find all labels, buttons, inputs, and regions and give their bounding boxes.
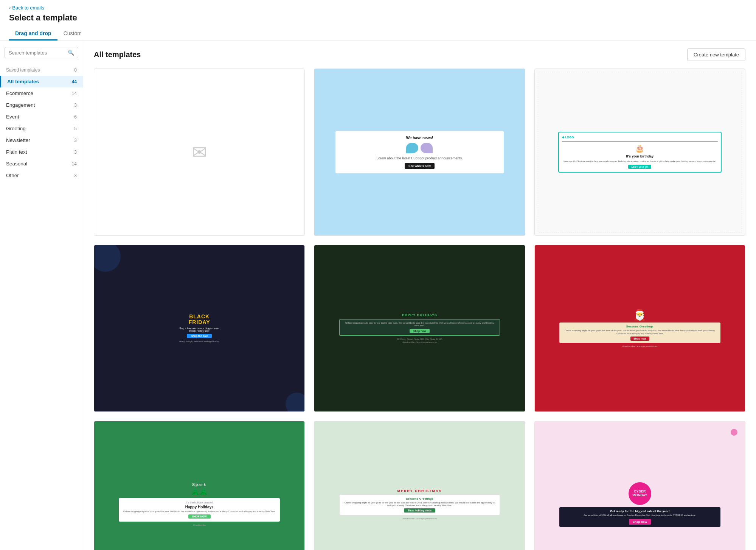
saved-templates-count: 0 [74, 67, 77, 73]
sidebar-item-other[interactable]: Other 3 [0, 170, 83, 181]
template-card-christmas2[interactable]: 🎅 Seasons Greetings Online shopping migh… [534, 245, 745, 412]
sidebar-item-event[interactable]: Event 6 [0, 111, 83, 123]
template-preview-announcement: We have news! Lorem about the latest Hub… [314, 69, 525, 236]
template-preview-scratch: ✉ [94, 69, 305, 236]
tabs: Drag and drop Custom [9, 27, 747, 41]
sidebar-item-plain-text[interactable]: Plain text 3 [0, 146, 83, 158]
sidebar-item-seasonal[interactable]: Seasonal 14 [0, 158, 83, 170]
template-card-christmas3[interactable]: Spark 🌲🌲 It's the holiday season! Happy … [94, 421, 305, 550]
search-input[interactable] [9, 50, 65, 56]
template-preview-christmas2: 🎅 Seasons Greetings Online shopping migh… [534, 245, 745, 412]
template-preview-christmas4: MERRY CHRISTMAS Seasons Greetings Online… [314, 421, 525, 550]
sidebar-item-engagement[interactable]: Engagement 3 [0, 99, 83, 111]
sidebar-item-newsletter[interactable]: Newsletter 3 [0, 134, 83, 146]
sidebar-item-all[interactable]: All templates 44 [0, 76, 83, 87]
top-bar: ‹ Back to emails Select a template Drag … [0, 0, 756, 41]
template-card-birthday[interactable]: ◆ LOGO 🎂 It's your birthday Here are Hub… [534, 69, 745, 236]
template-preview-christmas3: Spark 🌲🌲 It's the holiday season! Happy … [94, 421, 305, 550]
saved-templates-label: Saved templates [6, 67, 40, 73]
template-card-announcement[interactable]: We have news! Lorem about the latest Hub… [314, 69, 525, 236]
page-title: Select a template [9, 13, 747, 23]
tab-drag-drop[interactable]: Drag and drop [9, 27, 57, 41]
template-card-christmas4[interactable]: MERRY CHRISTMAS Seasons Greetings Online… [314, 421, 525, 550]
template-card-blackfriday[interactable]: BLACKFRIDAY Bag a bargain on our biggest… [94, 245, 305, 412]
envelope-icon: ✉ [192, 142, 207, 163]
main-title: All templates [94, 50, 141, 59]
chevron-left-icon: ‹ [9, 5, 11, 11]
template-preview-birthday: ◆ LOGO 🎂 It's your birthday Here are Hub… [534, 69, 745, 236]
template-preview-blackfriday: BLACKFRIDAY Bag a bargain on our biggest… [94, 245, 305, 412]
sidebar-item-greeting[interactable]: Greeting 5 [0, 123, 83, 134]
search-icon: 🔍 [68, 50, 74, 56]
layout: 🔍 Saved templates 0 All templates 44 Eco… [0, 41, 756, 550]
template-preview-christmas1: HAPPY HOLIDAYS Online shopping made easy… [314, 245, 525, 412]
main-content: All templates Create new template ✉ Star… [83, 41, 756, 550]
template-card-cybermonday[interactable]: CYBERMONDAY Get ready for the biggest sa… [534, 421, 745, 550]
tab-custom[interactable]: Custom [57, 27, 88, 41]
saved-templates-section: Saved templates 0 [0, 64, 83, 76]
back-to-emails-link[interactable]: ‹ Back to emails [9, 5, 44, 11]
template-grid: ✉ Start from scratch We have news! Lorem… [94, 69, 745, 550]
template-card-scratch[interactable]: ✉ Start from scratch [94, 69, 305, 236]
sidebar: 🔍 Saved templates 0 All templates 44 Eco… [0, 41, 83, 550]
create-new-template-button[interactable]: Create new template [687, 48, 745, 61]
template-preview-cybermonday: CYBERMONDAY Get ready for the biggest sa… [534, 421, 745, 550]
sidebar-item-ecommerce[interactable]: Ecommerce 14 [0, 87, 83, 99]
main-header: All templates Create new template [94, 48, 745, 61]
template-card-christmas1[interactable]: HAPPY HOLIDAYS Online shopping made easy… [314, 245, 525, 412]
search-box[interactable]: 🔍 [5, 47, 78, 58]
